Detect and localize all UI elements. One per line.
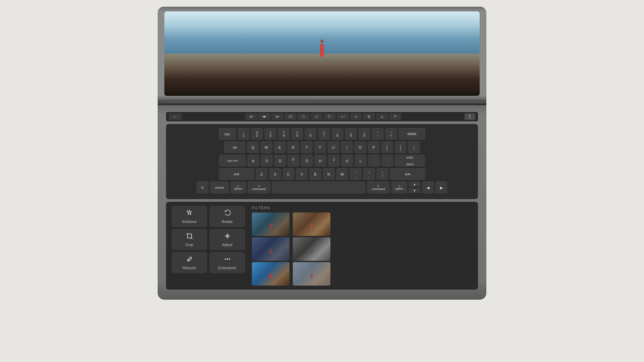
key-arrow-down[interactable]: ▼ [409, 188, 421, 193]
key-o[interactable]: O [354, 141, 366, 154]
key-fn[interactable]: fn [197, 182, 209, 194]
retouch-button[interactable]: Retouch [171, 252, 207, 273]
svg-line-29 [187, 210, 188, 211]
key-r[interactable]: R [287, 141, 299, 154]
key-1[interactable]: !1 [237, 128, 250, 140]
key-2[interactable]: @2 [251, 128, 263, 140]
svg-point-41 [227, 258, 228, 260]
key-d[interactable]: D [274, 155, 286, 167]
key-capslock[interactable]: • caps lock [219, 155, 246, 167]
key-5[interactable]: %5 [291, 128, 303, 140]
key-tab[interactable]: tab [224, 141, 246, 154]
key-arrow-up[interactable]: ▲ [409, 182, 421, 187]
key-p[interactable]: P [368, 141, 380, 154]
svg-rect-12 [291, 117, 292, 118]
key-shift-left[interactable]: shift [219, 168, 254, 180]
key-v[interactable]: V [296, 168, 308, 180]
key-h[interactable]: H [314, 155, 326, 167]
filter-bw[interactable] [293, 237, 330, 261]
crop-button[interactable]: Crop [171, 229, 207, 250]
key-0[interactable]: )0 [358, 128, 370, 140]
filter-cool[interactable] [252, 237, 289, 261]
tb-f5[interactable] [298, 113, 310, 120]
filter-fade[interactable] [293, 262, 330, 286]
tb-f6[interactable] [311, 113, 323, 120]
key-a[interactable]: A [247, 155, 259, 167]
key-z[interactable]: Z [256, 168, 268, 180]
tb-f8[interactable] [337, 113, 349, 120]
key-command-left[interactable]: ⌘ command [248, 182, 270, 194]
adjust-button[interactable]: Adjust [209, 229, 245, 250]
tb-f10[interactable] [363, 113, 375, 120]
key-semicolon[interactable]: :; [368, 155, 380, 167]
filter-vivid[interactable] [252, 262, 289, 286]
enhance-icon [186, 209, 193, 218]
key-w[interactable]: W [260, 141, 272, 154]
key-option-right[interactable]: alt option [391, 182, 407, 194]
enhance-button[interactable]: Enhance [171, 206, 207, 227]
key-q[interactable]: Q [247, 141, 259, 154]
key-8[interactable]: *8 [331, 128, 343, 140]
key-3[interactable]: #3 [264, 128, 276, 140]
key-l[interactable]: L [355, 155, 367, 167]
filter-warm[interactable] [293, 213, 330, 236]
key-control[interactable]: control [210, 182, 229, 194]
key-shift-right[interactable]: shift [390, 168, 425, 180]
rotate-button[interactable]: Rotate [209, 206, 245, 227]
tb-esc[interactable]: esc [169, 113, 181, 120]
key-k[interactable]: K [341, 155, 353, 167]
key-bracket-close[interactable]: }] [394, 141, 407, 154]
svg-point-3 [263, 116, 265, 118]
key-t[interactable]: T [301, 141, 313, 154]
tb-f12[interactable] [389, 113, 401, 120]
key-u[interactable]: U [327, 141, 339, 154]
tb-f9[interactable] [350, 113, 362, 120]
key-esc[interactable]: esc [219, 128, 236, 140]
key-arrow-right[interactable]: ▶ [435, 182, 447, 194]
key-e[interactable]: E [274, 141, 286, 154]
key-f[interactable]: F_ [287, 155, 300, 167]
tb-f2[interactable] [258, 113, 270, 120]
key-comma[interactable]: <, [350, 168, 362, 180]
key-quote[interactable]: "' [381, 155, 393, 167]
key-equals[interactable]: += [385, 128, 397, 140]
tb-f3[interactable] [271, 113, 283, 120]
key-b[interactable]: B [309, 168, 321, 180]
svg-point-0 [250, 116, 252, 118]
key-arrow-left[interactable]: ◀ [422, 182, 434, 194]
tb-f1[interactable] [245, 113, 257, 120]
macbook-container: MacBook Pro esc [158, 0, 486, 362]
key-x[interactable]: X [269, 168, 281, 180]
key-c[interactable]: C [282, 168, 294, 180]
key-minus[interactable]: —- [372, 128, 384, 140]
key-6[interactable]: ^6 [305, 128, 317, 140]
key-enter[interactable]: enterreturn [395, 155, 425, 167]
key-option-left[interactable]: alt option [230, 182, 246, 194]
key-backslash[interactable]: |\ [408, 141, 420, 154]
key-bracket-open[interactable]: {[ [381, 141, 393, 154]
key-y[interactable]: Y [314, 141, 326, 154]
key-n[interactable]: N [323, 168, 335, 180]
tb-f4[interactable] [284, 113, 297, 120]
key-g[interactable]: G [301, 155, 313, 167]
svg-rect-24 [381, 117, 383, 118]
tb-power[interactable] [465, 113, 475, 120]
key-j[interactable]: J_ [328, 155, 340, 167]
key-m[interactable]: M [336, 168, 348, 180]
filter-original[interactable] [252, 213, 289, 236]
extensions-button[interactable]: Extensions [209, 252, 245, 273]
key-delete[interactable]: delete [398, 128, 425, 140]
key-s[interactable]: S [261, 155, 273, 167]
key-command-right[interactable]: ⌘ command [367, 182, 390, 194]
key-slash[interactable]: ?/ [376, 168, 388, 180]
key-4[interactable]: $4 [278, 128, 290, 140]
key-space[interactable] [272, 182, 366, 194]
key-i[interactable]: I [341, 141, 353, 154]
key-9[interactable]: (9 [345, 128, 357, 140]
key-period[interactable]: >. [363, 168, 375, 180]
key-7[interactable]: &7 [318, 128, 330, 140]
svg-rect-32 [187, 234, 192, 238]
tb-f11[interactable] [376, 113, 388, 120]
tb-f7[interactable] [324, 113, 336, 120]
macbook-screen [164, 11, 480, 96]
